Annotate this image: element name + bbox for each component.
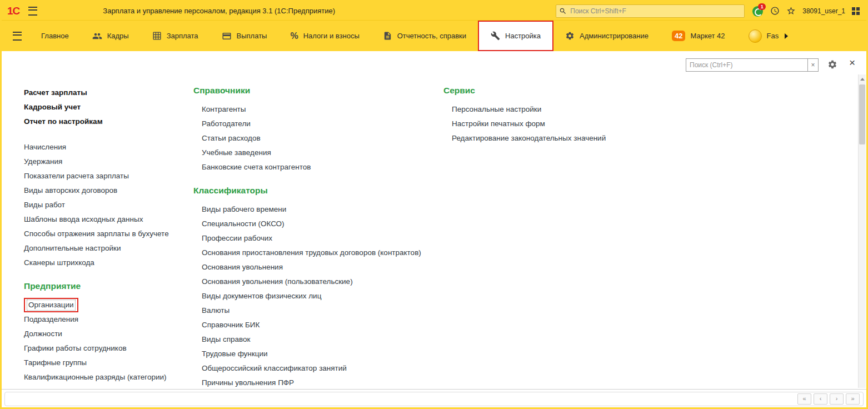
menu-overflow-arrow-icon — [785, 33, 788, 39]
scrollbar-thumb[interactable] — [859, 84, 865, 144]
global-search-input[interactable] — [569, 7, 741, 16]
tab-kadry[interactable]: Кадры — [81, 21, 141, 51]
footer-strip: « ‹ › » — [4, 392, 864, 406]
tab-otchetnost-spravki[interactable]: Отчетность, справки — [371, 21, 478, 51]
tab-vyplaty[interactable]: Выплаты — [210, 21, 279, 51]
panel-link[interactable]: Работодатели — [202, 117, 438, 131]
footer-nav-prev-button[interactable]: ‹ — [814, 393, 827, 405]
footer-nav-next-button[interactable]: › — [830, 393, 844, 405]
gear-icon — [565, 31, 575, 41]
window-title: Зарплата и управление персоналом, редакц… — [103, 7, 335, 15]
tab-glavnoe[interactable]: Главное — [29, 21, 81, 51]
vertical-scrollbar[interactable] — [858, 74, 866, 388]
tab-label: Налоги и взносы — [303, 32, 360, 40]
panel-column-right: Сервис Персональные настройки Настройки … — [443, 83, 677, 146]
panel-search: × — [686, 58, 819, 72]
card-icon — [222, 31, 232, 41]
panel-link[interactable]: Графики работы сотрудников — [24, 341, 191, 356]
gold-circle-icon — [749, 29, 762, 43]
panel-link[interactable]: Персональные настройки — [452, 102, 677, 117]
tab-fast-truncated[interactable]: Fas — [737, 21, 800, 51]
tab-label: Fas — [767, 32, 779, 40]
panel-link[interactable]: Показатели расчета зарплаты — [24, 169, 191, 183]
panel-link[interactable]: Тарифные группы — [24, 356, 191, 370]
tab-nalogi-vznosy[interactable]: % Налоги и взносы — [278, 21, 371, 51]
titlebar-icons: 1 38091_user_1 — [752, 6, 860, 17]
grid-table-icon — [152, 31, 162, 41]
panel-link[interactable]: Виды документов физических лиц — [202, 289, 438, 303]
tab-label: Отчетность, справки — [397, 32, 466, 40]
tab-label: Главное — [41, 32, 69, 40]
market-badge: 42 — [672, 31, 685, 41]
panel-link[interactable]: Трудовые функции — [202, 347, 438, 361]
tab-label: Зарплата — [167, 32, 198, 40]
history-clock-icon[interactable] — [770, 6, 780, 16]
panel-link[interactable]: Виды работ — [24, 198, 191, 212]
footer-nav-first-button[interactable]: « — [797, 393, 811, 405]
panel-link[interactable]: Причины увольнения ПФР — [202, 376, 438, 389]
link-hr-accounting[interactable]: Кадровый учет — [24, 100, 191, 114]
clear-search-button[interactable]: × — [807, 58, 819, 72]
panel-link[interactable]: Виды авторских договоров — [24, 183, 191, 198]
support-notification-icon[interactable]: 1 — [752, 6, 764, 17]
panel-link[interactable]: Удержания — [24, 154, 191, 169]
section-title-classifiers: Классификаторы — [193, 183, 438, 198]
section-title-directories: Справочники — [193, 83, 438, 98]
service-menu-icon[interactable] — [852, 7, 860, 15]
panel-link[interactable]: Контрагенты — [202, 102, 438, 117]
notification-badge: 1 — [758, 3, 766, 10]
panel-link[interactable]: Общероссийский классификатор занятий — [202, 361, 438, 376]
link-organizations[interactable]: Организации — [27, 300, 76, 311]
footer-nav-last-button[interactable]: » — [846, 393, 860, 405]
tab-nastroyka[interactable]: Настройка — [478, 21, 553, 51]
panel-link[interactable]: Учебные заведения — [202, 146, 438, 160]
panel-link[interactable]: Виды справок — [202, 332, 438, 347]
status-footer: « ‹ › » — [2, 389, 866, 408]
panel-link[interactable]: Способы отражения зарплаты в бухучете — [24, 227, 191, 241]
people-icon — [92, 31, 102, 41]
panel-search-input[interactable] — [686, 58, 807, 72]
panel-link[interactable]: Профессии рабочих — [202, 231, 438, 246]
panel-link[interactable]: Настройки печатных форм — [452, 117, 677, 131]
panel-link[interactable]: Справочник БИК — [202, 318, 438, 332]
panel-link[interactable]: Подразделения — [24, 312, 191, 327]
panel-link[interactable]: Сканеры штрихкода — [24, 256, 191, 270]
panel-link[interactable]: Виды рабочего времени — [202, 202, 438, 217]
tab-zarplata[interactable]: Зарплата — [141, 21, 210, 51]
tab-label: Настройка — [505, 32, 541, 40]
panel-link[interactable]: Валюты — [202, 303, 438, 318]
panel-link[interactable]: Статьи расходов — [202, 131, 438, 146]
panel-link[interactable]: Банковские счета контрагентов — [202, 160, 438, 174]
sections-menu-icon[interactable] — [13, 32, 22, 41]
panel-link[interactable]: Основания увольнения — [202, 260, 438, 275]
wrench-icon — [491, 31, 500, 41]
favorites-star-icon[interactable] — [786, 6, 796, 16]
tab-administrirovanie[interactable]: Администрирование — [553, 21, 660, 51]
scroll-up-arrow-icon[interactable] — [859, 76, 866, 82]
main-menu-icon[interactable] — [28, 7, 37, 16]
panel-link[interactable]: Основания увольнения (пользовательские) — [202, 275, 438, 289]
panel-link[interactable]: Основания приостановления трудовых догов… — [202, 246, 438, 260]
link-settings-report[interactable]: Отчет по настройкам — [24, 114, 191, 129]
panel-link[interactable]: Шаблоны ввода исходных данных — [24, 212, 191, 227]
link-payroll-calculation[interactable]: Расчет зарплаты — [24, 86, 191, 100]
close-panel-icon[interactable]: × — [849, 57, 855, 68]
panel-link[interactable]: Квалификационные разряды (категории) — [24, 370, 191, 385]
tab-label: Администрирование — [580, 32, 648, 40]
panel-link[interactable]: Начисления — [24, 140, 191, 154]
titlebar: 1С Зарплата и управление персоналом, ред… — [2, 2, 866, 20]
global-search[interactable] — [556, 4, 745, 18]
tab-label: Маркет 42 — [690, 32, 725, 40]
panel-link[interactable]: Должности — [24, 327, 191, 341]
panel-link[interactable]: Дополнительные настройки — [24, 241, 191, 256]
annotation-box-organizations: Организации — [24, 298, 78, 312]
percent-icon: % — [290, 31, 298, 41]
tab-market-42[interactable]: 42 Маркет 42 — [660, 21, 737, 51]
document-icon — [383, 31, 392, 41]
panel-link[interactable]: Редактирование законодательных значений — [452, 131, 677, 146]
settings-function-panel: × × Расчет зарплаты Кадровый учет Отчет … — [2, 51, 866, 389]
panel-settings-gear-icon[interactable] — [827, 59, 837, 69]
app-window: 1С Зарплата и управление персоналом, ред… — [0, 0, 868, 409]
current-user-label[interactable]: 38091_user_1 — [802, 7, 845, 15]
panel-link[interactable]: Специальности (ОКСО) — [202, 217, 438, 231]
